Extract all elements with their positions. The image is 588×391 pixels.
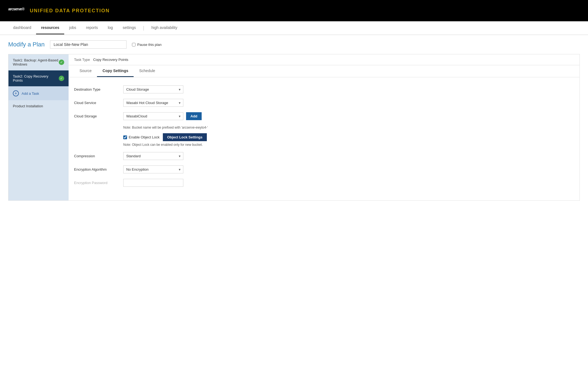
nav-settings[interactable]: settings bbox=[118, 22, 141, 34]
cloud-storage-control: WasabiCloud ▼ Add bbox=[123, 112, 202, 120]
pause-plan-label: Pause this plan bbox=[137, 43, 161, 47]
encryption-select[interactable]: No Encryption bbox=[123, 165, 183, 173]
page-title: Modify a Plan bbox=[8, 41, 45, 48]
task-type-label: Task Type bbox=[74, 58, 90, 62]
sidebar: Task1: Backup: Agent-Based Windows ✓ Tas… bbox=[8, 54, 69, 200]
compression-label: Compression bbox=[74, 154, 118, 158]
tabs: Source Copy Settings Schedule bbox=[69, 65, 580, 77]
page-header: Modify a Plan Pause this plan bbox=[8, 40, 580, 49]
destination-type-control: Cloud Storage ▼ bbox=[123, 85, 183, 93]
cloud-service-control: Wasabi Hot Cloud Storage ▼ bbox=[123, 99, 183, 107]
object-lock-settings-button[interactable]: Object Lock Settings bbox=[163, 133, 207, 141]
add-task-label: Add a Task bbox=[22, 91, 39, 96]
sidebar-add-task[interactable]: + Add a Task bbox=[8, 87, 69, 100]
compression-select[interactable]: Standard bbox=[123, 152, 183, 160]
tab-source[interactable]: Source bbox=[74, 65, 97, 77]
sidebar-task1-label: Task1: Backup: Agent-Based Windows bbox=[13, 58, 59, 66]
encryption-password-label: Encryption Password bbox=[74, 181, 118, 185]
form-content: Destination Type Cloud Storage ▼ Cloud S… bbox=[69, 77, 580, 200]
nav-log[interactable]: log bbox=[103, 22, 118, 34]
product-install-label: Product Installation bbox=[13, 104, 43, 108]
header: arcserve® UNIFIED DATA PROTECTION bbox=[0, 0, 588, 21]
cloud-storage-row: Cloud Storage WasabiCloud ▼ Add bbox=[74, 112, 574, 120]
enable-object-lock-label: Enable Object Lock bbox=[123, 135, 160, 139]
cloud-service-label: Cloud Service bbox=[74, 101, 118, 105]
add-cloud-storage-button[interactable]: Add bbox=[186, 112, 202, 120]
plan-name-input[interactable] bbox=[50, 40, 127, 49]
compression-row: Compression Standard ▼ bbox=[74, 152, 574, 160]
nav-dashboard[interactable]: dashboard bbox=[8, 22, 36, 34]
encryption-password-input[interactable] bbox=[123, 179, 183, 187]
bucket-note: Note: Bucket name will be prefixed with … bbox=[123, 126, 574, 129]
task-type-value: Copy Recovery Points bbox=[93, 58, 128, 62]
cloud-service-row: Cloud Service Wasabi Hot Cloud Storage ▼ bbox=[74, 99, 574, 107]
destination-type-row: Destination Type Cloud Storage ▼ bbox=[74, 85, 574, 93]
encryption-password-row: Encryption Password bbox=[74, 179, 574, 187]
app-logo: arcserve® bbox=[8, 5, 24, 16]
content-area: Task1: Backup: Agent-Based Windows ✓ Tas… bbox=[8, 54, 580, 201]
compression-select-wrapper: Standard ▼ bbox=[123, 152, 183, 160]
object-lock-note: Note: Object Lock can be enabled only fo… bbox=[123, 143, 574, 147]
encryption-control: No Encryption ▼ bbox=[123, 165, 183, 173]
destination-type-label: Destination Type bbox=[74, 87, 118, 91]
cloud-service-select[interactable]: Wasabi Hot Cloud Storage bbox=[123, 99, 183, 107]
main-container: Modify a Plan Pause this plan Task1: Bac… bbox=[0, 35, 588, 206]
nav-resources[interactable]: resources bbox=[36, 22, 64, 34]
app-subtitle: UNIFIED DATA PROTECTION bbox=[30, 8, 110, 14]
cloud-storage-select-wrapper: WasabiCloud ▼ bbox=[123, 112, 183, 120]
object-lock-row: Enable Object Lock Object Lock Settings bbox=[123, 133, 574, 141]
destination-type-select[interactable]: Cloud Storage bbox=[123, 85, 183, 93]
nav-high-availability[interactable]: high availability bbox=[146, 22, 182, 34]
add-task-icon: + bbox=[13, 90, 19, 96]
cloud-service-select-wrapper: Wasabi Hot Cloud Storage ▼ bbox=[123, 99, 183, 107]
compression-control: Standard ▼ bbox=[123, 152, 183, 160]
task-type-bar: Task Type Copy Recovery Points bbox=[69, 54, 580, 65]
enable-object-lock-text: Enable Object Lock bbox=[129, 135, 160, 139]
sidebar-product-installation[interactable]: Product Installation bbox=[8, 100, 69, 112]
task1-check-icon: ✓ bbox=[59, 60, 64, 65]
destination-type-select-wrapper: Cloud Storage ▼ bbox=[123, 85, 183, 93]
sidebar-task1[interactable]: Task1: Backup: Agent-Based Windows ✓ bbox=[8, 54, 69, 70]
main-nav: dashboard resources jobs reports log set… bbox=[0, 21, 588, 35]
encryption-select-wrapper: No Encryption ▼ bbox=[123, 165, 183, 173]
tab-schedule[interactable]: Schedule bbox=[134, 65, 160, 77]
encryption-label: Encryption Algorithm bbox=[74, 167, 118, 171]
nav-reports[interactable]: reports bbox=[81, 22, 103, 34]
enable-object-lock-checkbox[interactable] bbox=[123, 135, 127, 139]
tab-copy-settings[interactable]: Copy Settings bbox=[97, 65, 134, 77]
nav-jobs[interactable]: jobs bbox=[64, 22, 81, 34]
pause-plan-wrapper: Pause this plan bbox=[132, 43, 161, 47]
sidebar-task2[interactable]: Task2: Copy Recovery Points ✓ bbox=[8, 70, 69, 87]
task2-check-icon: ✓ bbox=[59, 76, 64, 81]
right-content: Task Type Copy Recovery Points Source Co… bbox=[69, 54, 580, 200]
cloud-storage-select[interactable]: WasabiCloud bbox=[123, 112, 183, 120]
nav-divider: | bbox=[141, 21, 146, 35]
encryption-password-control bbox=[123, 179, 183, 187]
encryption-row: Encryption Algorithm No Encryption ▼ bbox=[74, 165, 574, 173]
cloud-storage-label: Cloud Storage bbox=[74, 114, 118, 118]
pause-plan-checkbox[interactable] bbox=[132, 43, 136, 46]
sidebar-task2-label: Task2: Copy Recovery Points bbox=[13, 74, 59, 82]
